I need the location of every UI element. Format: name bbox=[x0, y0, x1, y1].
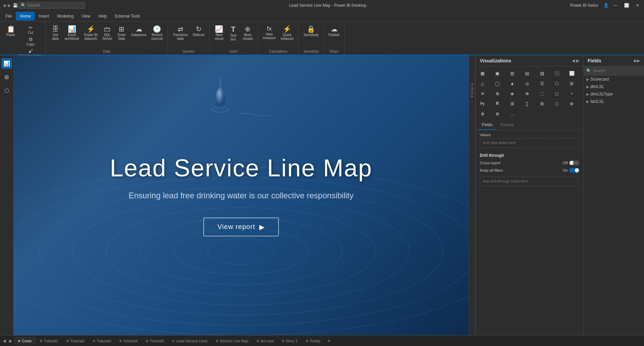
save-icon[interactable]: 💾 bbox=[13, 3, 18, 8]
drill-drop-zone[interactable]: Add drill-through fields here bbox=[480, 177, 579, 186]
report-canvas-container[interactable]: Lead Service Line Map Ensuring lead free… bbox=[13, 55, 469, 335]
tab-tutorial1[interactable]: ⊞ Tutorial1 bbox=[36, 337, 62, 345]
global-search[interactable]: 🔍 Search bbox=[18, 2, 85, 9]
viz-fields-tab[interactable]: Fields bbox=[478, 120, 497, 130]
transform-data-button[interactable]: ⇄ Transformdata bbox=[171, 24, 190, 42]
viz-clustered-bar[interactable]: ▣ bbox=[493, 68, 502, 78]
dataverse-button[interactable]: ☁ Dataverse bbox=[129, 24, 149, 38]
viz-donut[interactable]: ⊕ bbox=[493, 89, 502, 98]
menu-help[interactable]: Help bbox=[94, 12, 111, 21]
fields-search-box[interactable]: 🔍 bbox=[584, 66, 644, 76]
excel-button[interactable]: 📊 Excelworkbook bbox=[63, 24, 81, 42]
viz-slicer[interactable]: ⊕ bbox=[478, 109, 487, 118]
tab-tutorial5[interactable]: ⊞ Tutorial5 bbox=[142, 337, 168, 345]
viz-gauge[interactable]: ⊗ bbox=[493, 109, 502, 118]
viz-clustered-col[interactable]: ▧ bbox=[537, 68, 547, 78]
user-icon[interactable]: 👤 bbox=[604, 3, 609, 8]
copy-button[interactable]: ⧉ Copy bbox=[18, 36, 43, 47]
prev-page-icon[interactable]: ◀ bbox=[1, 339, 7, 343]
tab-story1[interactable]: ⊞ Story 1 bbox=[278, 337, 301, 345]
refresh-button[interactable]: ↻ Refresh bbox=[191, 24, 207, 38]
menu-view[interactable]: View bbox=[78, 12, 94, 21]
menu-external-tools[interactable]: External Tools bbox=[111, 12, 144, 21]
viz-line-col[interactable]: ▲ bbox=[507, 79, 517, 88]
sidebar-model-view[interactable]: ⬡ bbox=[1, 85, 12, 96]
add-page-button[interactable]: + bbox=[325, 337, 333, 345]
viz-pie[interactable]: ≋ bbox=[478, 89, 487, 98]
new-visual-button[interactable]: 📈 Newvisual bbox=[212, 24, 226, 42]
menu-file[interactable]: File bbox=[1, 12, 16, 21]
tab-tutorial4[interactable]: ⊞ Tutorial4 bbox=[116, 337, 141, 345]
field-dimLSLType[interactable]: ▶ dimLSLType bbox=[584, 90, 644, 98]
keep-filters-track[interactable] bbox=[569, 168, 579, 173]
field-scorecard[interactable]: ▶ Scorecard bbox=[584, 76, 644, 83]
close-icon[interactable]: ✕ bbox=[634, 3, 641, 8]
prev-arrow-icon[interactable]: ◀ bbox=[572, 58, 575, 63]
sensitivity-button[interactable]: 🔒 Sensitivity bbox=[301, 24, 321, 38]
fields-search-input[interactable] bbox=[593, 68, 643, 73]
next-arrow-icon[interactable]: ▶ bbox=[576, 58, 579, 63]
quick-measure-button[interactable]: ⚡ Quickmeasure bbox=[279, 24, 296, 42]
viz-100-bar[interactable]: ▥ bbox=[507, 68, 517, 78]
viz-filled-map[interactable]: ⬚ bbox=[537, 89, 547, 98]
more-visuals-button[interactable]: ⊕ Morevisuals bbox=[241, 24, 255, 42]
enter-data-button[interactable]: ⊞ Enterdata bbox=[115, 24, 128, 42]
values-drop-zone[interactable]: Add data fields here bbox=[480, 138, 579, 148]
field-dimLSL[interactable]: ▶ dimLSL bbox=[584, 83, 644, 90]
tab-lead-service-lines[interactable]: ⊞ Lead Service Lines bbox=[168, 337, 211, 345]
sql-server-button[interactable]: 🗃 SQLServer bbox=[100, 24, 114, 42]
viz-stacked-col[interactable]: ▤ bbox=[522, 68, 532, 78]
viz-100-col[interactable]: ⬛ bbox=[552, 68, 562, 78]
sidebar-report-view[interactable]: 📊 bbox=[1, 58, 12, 69]
viz-scatter[interactable]: ⊞ bbox=[567, 79, 577, 88]
viz-nav-arrows[interactable]: ◀ ▶ bbox=[572, 58, 579, 63]
power-bi-datasets-button[interactable]: ⚡ Power BIdatasets bbox=[82, 24, 100, 42]
fields-expand-icon[interactable]: ▶▶ bbox=[634, 58, 640, 63]
viz-more[interactable]: … bbox=[507, 109, 517, 118]
viz-stacked-bar[interactable]: ▦ bbox=[478, 68, 487, 78]
menu-modeling[interactable]: Modeling bbox=[53, 12, 78, 21]
viz-funnel[interactable]: ⬡ bbox=[552, 79, 562, 88]
viz-decomp-tree[interactable]: ⚬ bbox=[567, 89, 577, 98]
filters-sidebar[interactable]: Filters bbox=[469, 55, 475, 335]
viz-kpi[interactable]: ⊕ bbox=[567, 99, 577, 108]
back-icon[interactable]: ◀ bbox=[3, 3, 6, 8]
viz-format-tab[interactable]: Format bbox=[497, 120, 518, 130]
cut-button[interactable]: ✂ Cut bbox=[18, 24, 43, 35]
publish-button[interactable]: ☁ Publish bbox=[326, 24, 342, 38]
viz-table[interactable]: ⊞ bbox=[507, 99, 517, 108]
new-measure-button[interactable]: fx Newmeasure bbox=[261, 24, 278, 41]
viz-card[interactable]: ⊞ bbox=[537, 99, 547, 108]
minimize-icon[interactable]: — bbox=[611, 3, 619, 8]
restore-icon[interactable]: ⬜ bbox=[622, 3, 631, 8]
paste-button[interactable]: 📋 Paste bbox=[4, 24, 18, 38]
tab-tooltip[interactable]: ⊞ Tooltip bbox=[302, 337, 324, 345]
viz-python[interactable]: Py bbox=[478, 99, 487, 108]
viz-stacked-area[interactable]: ◯ bbox=[493, 79, 502, 88]
get-data-button[interactable]: 🗄 Getdata bbox=[49, 24, 62, 42]
tab-tutorial2[interactable]: ⊞ Tutorial2 bbox=[63, 337, 88, 345]
sidebar-data-view[interactable]: ⊞ bbox=[1, 71, 12, 82]
next-page-icon[interactable]: ▶ bbox=[8, 339, 13, 343]
viz-map[interactable]: ⊗ bbox=[522, 89, 532, 98]
viz-r[interactable]: R bbox=[493, 99, 502, 108]
tab-tutorial3[interactable]: ⊞ Tutorial3 bbox=[89, 337, 115, 345]
recent-sources-button[interactable]: 🕐 Recentsources bbox=[149, 24, 165, 42]
viz-matrix[interactable]: ∑ bbox=[522, 99, 532, 108]
text-box-button[interactable]: T Textbox bbox=[227, 24, 240, 42]
keep-filters-toggle[interactable]: On bbox=[563, 168, 579, 173]
cross-report-toggle[interactable]: Off bbox=[563, 161, 579, 165]
tab-cover[interactable]: ⊞ Cover bbox=[14, 337, 35, 345]
view-report-button[interactable]: View report ▶ bbox=[203, 218, 279, 236]
cross-report-track[interactable] bbox=[569, 161, 579, 165]
viz-waterfall[interactable]: ☰ bbox=[537, 79, 547, 88]
viz-ribbon[interactable]: ◎ bbox=[522, 79, 532, 88]
field-factLSL[interactable]: ▶ factLSL bbox=[584, 98, 644, 105]
viz-azure-map[interactable]: ◻ bbox=[552, 89, 562, 98]
tab-act-now[interactable]: ⊞ Act now bbox=[253, 337, 277, 345]
tab-service-line-map[interactable]: ⊞ Service Line Map bbox=[212, 337, 252, 345]
viz-area[interactable]: △ bbox=[478, 79, 487, 88]
viz-treemap[interactable]: ◈ bbox=[507, 89, 517, 98]
menu-insert[interactable]: Insert bbox=[35, 12, 53, 21]
forward-icon[interactable]: ▶ bbox=[8, 3, 11, 8]
